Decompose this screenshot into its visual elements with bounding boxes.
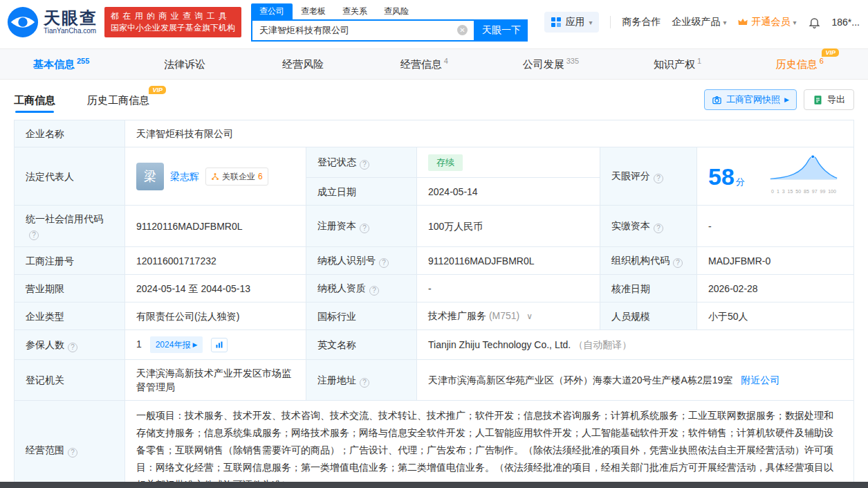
apps-menu[interactable]: 应用 ▾ [544,12,599,33]
reg-address-value: 天津市滨海高新区华苑产业区（环外）海泰大道20号生产楼A栋2层19室 附近公司 [417,360,854,401]
help-icon[interactable]: ? [360,160,369,170]
search-tab-relation[interactable]: 查关系 [334,3,376,19]
search-button[interactable]: 天眼一下 [475,19,528,42]
tab-count: 6 [820,57,824,65]
search-tabs: 查公司 查老板 查关系 查风险 [251,3,528,19]
apps-label: 应用 [565,16,584,28]
help-icon[interactable]: ? [654,174,663,183]
page-footer [0,482,868,488]
table-row: 法定代表人 梁 梁志辉 关联企业 6 登记状态? 存续 天眼评分? [15,147,854,178]
staff-size-value: 小于50人 [697,302,854,330]
value-text: 100万人民币 [428,221,483,232]
legal-rep-name-link[interactable]: 梁志辉 [170,170,199,183]
notifications-bell-icon[interactable] [808,16,821,29]
menu-business-coop[interactable]: 商务合作 [622,16,661,28]
annual-report-badge[interactable]: 2024年报 ▶ [150,336,203,353]
subtab-history-business-info[interactable]: 历史工商信息 VIP [87,84,149,116]
business-info-table: 企业名称 天津智炬科技有限公司 法定代表人 梁 梁志辉 关联企业 6 登记状态? [14,120,854,488]
tab-count: 255 [77,57,89,65]
tianyancha-logo[interactable]: 天眼查 TianYanCha.com [7,6,98,38]
reg-address-label: 注册地址? [306,360,417,401]
official-snapshot-button[interactable]: 工商官网快照 ▶ [704,89,797,110]
tab-label: 知识产权 [654,58,695,70]
insured-trend-icon[interactable] [211,338,228,352]
help-icon[interactable]: ? [360,224,369,233]
label-text: 人员规模 [611,311,650,322]
reg-status-label: 登记状态? [306,147,417,178]
approval-date-value: 2026-02-28 [697,275,854,302]
search-tab-company[interactable]: 查公司 [251,3,293,19]
help-icon[interactable]: ? [360,378,369,388]
company-type-value: 有限责任公司(法人独资) [125,302,306,330]
help-icon[interactable]: ? [369,286,379,296]
search-tab-risk[interactable]: 查风险 [376,3,417,19]
label-text: 登记机关 [26,374,64,386]
tab-company-development[interactable]: 公司发展335 [523,57,579,71]
menu-enterprise-products[interactable]: 企业级产品 ▾ [672,16,726,28]
label-text: 统一社会信用代码 [26,213,103,224]
section-nav-bar: 基本信息255 法律诉讼 经营风险 经营信息4 公司发展335 知识产权1 历史… [0,48,868,80]
help-icon[interactable]: ? [68,343,77,352]
label-text: 国标行业 [317,311,356,322]
value-text: 1 [136,338,142,350]
help-icon[interactable]: ? [673,258,683,268]
staff-size-label: 人员规模 [600,302,697,330]
user-phone[interactable]: 186*... [832,17,860,28]
help-icon[interactable]: ? [654,224,663,233]
open-vip-label: 开通会员 [751,16,790,28]
label-text: 英文名称 [317,339,356,350]
export-button[interactable]: 导出 [804,89,854,110]
label-text: 天眼评分 [611,170,650,181]
tab-operation-risk[interactable]: 经营风险 [282,57,326,71]
help-icon[interactable]: ? [379,258,389,268]
top-header: 天眼查 TianYanCha.com 都 在 用 的 商 业 查 询 工 具 国… [0,0,868,44]
search-input[interactable] [252,25,457,35]
score-axis-labels: 0 1 3 15 50 85 97 99 100 [765,185,842,199]
score-label: 天眼评分? [600,147,697,206]
table-row: 登记机关 天津滨海高新技术产业开发区市场监督管理局 注册地址? 天津市滨海高新区… [15,360,854,401]
company-name-label: 企业名称 [15,120,125,147]
label-text: 实缴资本 [611,220,650,231]
value-text: 技术推广服务 [428,310,486,321]
company-type-label: 企业类型 [15,302,125,330]
label-text: 企业类型 [26,311,64,322]
subtab-business-info[interactable]: 工商信息 [14,84,55,116]
value-text: - [428,283,432,294]
eye-logo-icon [7,6,39,38]
logo-title: 天眼查 [44,9,98,26]
crown-icon [737,17,748,28]
expand-chevron-icon[interactable]: ∨ [526,311,533,321]
search-box: ✕ [251,19,475,42]
tab-operation-info[interactable]: 经营信息4 [400,57,448,71]
tax-id-label: 纳税人识别号? [306,247,417,275]
label-text: 纳税人识别号 [317,255,376,266]
label-text: 参保人数 [26,339,64,350]
help-icon[interactable]: ? [29,231,39,240]
insured-count-label: 参保人数? [15,330,125,360]
credit-code-label: 统一社会信用代码? [15,206,125,247]
menu-open-vip[interactable]: 开通会员 ▾ [737,16,796,28]
search-tab-boss[interactable]: 查老板 [293,3,334,19]
paid-capital-label: 实缴资本? [600,206,697,247]
tax-id-value: 91120116MADJFBMR0L [417,247,600,275]
tab-history-info[interactable]: 历史信息6 VIP [776,57,824,71]
establish-date-label: 成立日期 [306,178,417,206]
tab-label: 历史信息 [776,58,818,70]
tab-legal-litigation[interactable]: 法律诉讼 [164,57,207,71]
chevron-down-icon: ▾ [723,19,726,26]
clear-search-icon[interactable]: ✕ [457,25,468,35]
tab-intellectual-property[interactable]: 知识产权1 [654,57,701,71]
nearby-companies-link[interactable]: 附近公司 [741,374,779,386]
tab-basic-info[interactable]: 基本信息255 [33,57,89,71]
play-arrow-icon: ▶ [784,96,789,103]
legal-rep-value: 梁 梁志辉 关联企业 6 [125,147,306,206]
related-companies-badge[interactable]: 关联企业 6 [205,168,268,186]
legal-rep-avatar[interactable]: 梁 [136,163,164,190]
help-icon[interactable]: ? [68,448,77,458]
label-text: 登记状态 [317,156,356,168]
tab-label: 公司发展 [523,58,564,70]
export-label: 导出 [827,93,845,106]
industry-label: 国标行业 [306,302,417,330]
table-row: 营业期限 2024-05-14 至 2044-05-13 纳税人资质? - 核准… [15,275,854,302]
tab-label: 法律诉讼 [164,58,205,70]
